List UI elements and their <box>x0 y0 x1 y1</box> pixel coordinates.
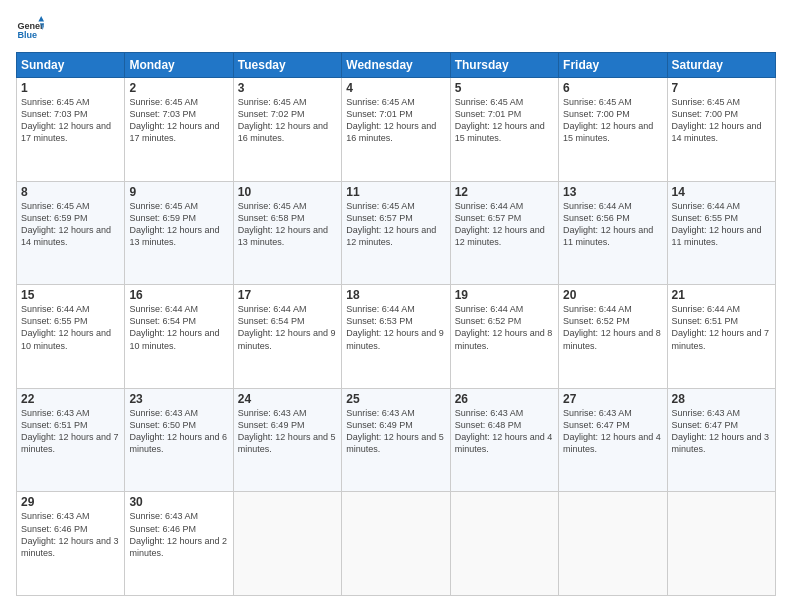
day-number: 27 <box>563 392 662 406</box>
day-info: Sunrise: 6:43 AM Sunset: 6:47 PM Dayligh… <box>563 407 662 456</box>
day-info: Sunrise: 6:45 AM Sunset: 7:01 PM Dayligh… <box>455 96 554 145</box>
day-header-saturday: Saturday <box>667 53 775 78</box>
day-number: 2 <box>129 81 228 95</box>
day-number: 7 <box>672 81 771 95</box>
day-cell-25: 25 Sunrise: 6:43 AM Sunset: 6:49 PM Dayl… <box>342 388 450 492</box>
sunrise-label: Sunrise: 6:44 AM <box>672 201 741 211</box>
sunrise-label: Sunrise: 6:45 AM <box>346 97 415 107</box>
daylight-label: Daylight: 12 hours and 11 minutes. <box>672 225 762 247</box>
week-row-5: 29 Sunrise: 6:43 AM Sunset: 6:46 PM Dayl… <box>17 492 776 596</box>
sunrise-label: Sunrise: 6:43 AM <box>563 408 632 418</box>
sunset-label: Sunset: 6:56 PM <box>563 213 630 223</box>
sunrise-label: Sunrise: 6:43 AM <box>129 408 198 418</box>
day-cell-28: 28 Sunrise: 6:43 AM Sunset: 6:47 PM Dayl… <box>667 388 775 492</box>
sunset-label: Sunset: 6:54 PM <box>129 316 196 326</box>
sunset-label: Sunset: 6:50 PM <box>129 420 196 430</box>
sunrise-label: Sunrise: 6:44 AM <box>129 304 198 314</box>
day-info: Sunrise: 6:44 AM Sunset: 6:51 PM Dayligh… <box>672 303 771 352</box>
day-info: Sunrise: 6:44 AM Sunset: 6:55 PM Dayligh… <box>21 303 120 352</box>
day-info: Sunrise: 6:44 AM Sunset: 6:52 PM Dayligh… <box>455 303 554 352</box>
day-header-sunday: Sunday <box>17 53 125 78</box>
daylight-label: Daylight: 12 hours and 11 minutes. <box>563 225 653 247</box>
day-header-friday: Friday <box>559 53 667 78</box>
day-cell-15: 15 Sunrise: 6:44 AM Sunset: 6:55 PM Dayl… <box>17 285 125 389</box>
day-number: 17 <box>238 288 337 302</box>
sunset-label: Sunset: 7:00 PM <box>563 109 630 119</box>
sunset-label: Sunset: 6:51 PM <box>672 316 739 326</box>
sunset-label: Sunset: 6:52 PM <box>563 316 630 326</box>
daylight-label: Daylight: 12 hours and 2 minutes. <box>129 536 227 558</box>
day-number: 4 <box>346 81 445 95</box>
day-cell-4: 4 Sunrise: 6:45 AM Sunset: 7:01 PM Dayli… <box>342 78 450 182</box>
sunrise-label: Sunrise: 6:45 AM <box>238 97 307 107</box>
sunrise-label: Sunrise: 6:45 AM <box>21 97 90 107</box>
sunrise-label: Sunrise: 6:44 AM <box>455 304 524 314</box>
daylight-label: Daylight: 12 hours and 3 minutes. <box>21 536 119 558</box>
svg-marker-2 <box>38 16 44 22</box>
day-info: Sunrise: 6:43 AM Sunset: 6:49 PM Dayligh… <box>346 407 445 456</box>
sunset-label: Sunset: 6:57 PM <box>455 213 522 223</box>
day-info: Sunrise: 6:43 AM Sunset: 6:49 PM Dayligh… <box>238 407 337 456</box>
day-number: 3 <box>238 81 337 95</box>
day-header-monday: Monday <box>125 53 233 78</box>
daylight-label: Daylight: 12 hours and 13 minutes. <box>129 225 219 247</box>
sunrise-label: Sunrise: 6:45 AM <box>129 97 198 107</box>
day-cell-8: 8 Sunrise: 6:45 AM Sunset: 6:59 PM Dayli… <box>17 181 125 285</box>
day-cell-17: 17 Sunrise: 6:44 AM Sunset: 6:54 PM Dayl… <box>233 285 341 389</box>
daylight-label: Daylight: 12 hours and 5 minutes. <box>346 432 444 454</box>
sunset-label: Sunset: 6:51 PM <box>21 420 88 430</box>
day-info: Sunrise: 6:44 AM Sunset: 6:55 PM Dayligh… <box>672 200 771 249</box>
day-info: Sunrise: 6:45 AM Sunset: 6:58 PM Dayligh… <box>238 200 337 249</box>
sunset-label: Sunset: 7:03 PM <box>21 109 88 119</box>
day-cell-30: 30 Sunrise: 6:43 AM Sunset: 6:46 PM Dayl… <box>125 492 233 596</box>
day-cell-21: 21 Sunrise: 6:44 AM Sunset: 6:51 PM Dayl… <box>667 285 775 389</box>
sunrise-label: Sunrise: 6:43 AM <box>129 511 198 521</box>
sunrise-label: Sunrise: 6:44 AM <box>672 304 741 314</box>
daylight-label: Daylight: 12 hours and 14 minutes. <box>21 225 111 247</box>
daylight-label: Daylight: 12 hours and 16 minutes. <box>346 121 436 143</box>
day-cell-26: 26 Sunrise: 6:43 AM Sunset: 6:48 PM Dayl… <box>450 388 558 492</box>
page: General Blue SundayMondayTuesdayWednesda… <box>0 0 792 612</box>
sunset-label: Sunset: 6:54 PM <box>238 316 305 326</box>
day-cell-16: 16 Sunrise: 6:44 AM Sunset: 6:54 PM Dayl… <box>125 285 233 389</box>
day-cell-1: 1 Sunrise: 6:45 AM Sunset: 7:03 PM Dayli… <box>17 78 125 182</box>
day-number: 13 <box>563 185 662 199</box>
day-cell-20: 20 Sunrise: 6:44 AM Sunset: 6:52 PM Dayl… <box>559 285 667 389</box>
day-cell-7: 7 Sunrise: 6:45 AM Sunset: 7:00 PM Dayli… <box>667 78 775 182</box>
day-info: Sunrise: 6:43 AM Sunset: 6:46 PM Dayligh… <box>129 510 228 559</box>
sunset-label: Sunset: 6:49 PM <box>238 420 305 430</box>
daylight-label: Daylight: 12 hours and 6 minutes. <box>129 432 227 454</box>
sunset-label: Sunset: 6:46 PM <box>21 524 88 534</box>
daylight-label: Daylight: 12 hours and 7 minutes. <box>21 432 119 454</box>
daylight-label: Daylight: 12 hours and 17 minutes. <box>21 121 111 143</box>
daylight-label: Daylight: 12 hours and 10 minutes. <box>129 328 219 350</box>
day-cell-9: 9 Sunrise: 6:45 AM Sunset: 6:59 PM Dayli… <box>125 181 233 285</box>
daylight-label: Daylight: 12 hours and 15 minutes. <box>455 121 545 143</box>
day-number: 24 <box>238 392 337 406</box>
daylight-label: Daylight: 12 hours and 4 minutes. <box>455 432 553 454</box>
week-row-2: 8 Sunrise: 6:45 AM Sunset: 6:59 PM Dayli… <box>17 181 776 285</box>
daylight-label: Daylight: 12 hours and 9 minutes. <box>238 328 336 350</box>
day-info: Sunrise: 6:43 AM Sunset: 6:50 PM Dayligh… <box>129 407 228 456</box>
day-info: Sunrise: 6:44 AM Sunset: 6:54 PM Dayligh… <box>129 303 228 352</box>
sunset-label: Sunset: 6:48 PM <box>455 420 522 430</box>
day-cell-23: 23 Sunrise: 6:43 AM Sunset: 6:50 PM Dayl… <box>125 388 233 492</box>
daylight-label: Daylight: 12 hours and 8 minutes. <box>563 328 661 350</box>
day-cell-14: 14 Sunrise: 6:44 AM Sunset: 6:55 PM Dayl… <box>667 181 775 285</box>
day-number: 23 <box>129 392 228 406</box>
daylight-label: Daylight: 12 hours and 14 minutes. <box>672 121 762 143</box>
sunset-label: Sunset: 7:01 PM <box>346 109 413 119</box>
day-number: 22 <box>21 392 120 406</box>
day-cell-3: 3 Sunrise: 6:45 AM Sunset: 7:02 PM Dayli… <box>233 78 341 182</box>
daylight-label: Daylight: 12 hours and 9 minutes. <box>346 328 444 350</box>
sunset-label: Sunset: 7:03 PM <box>129 109 196 119</box>
svg-text:Blue: Blue <box>17 30 37 40</box>
sunset-label: Sunset: 6:47 PM <box>672 420 739 430</box>
day-number: 29 <box>21 495 120 509</box>
day-number: 16 <box>129 288 228 302</box>
sunrise-label: Sunrise: 6:43 AM <box>21 511 90 521</box>
sunrise-label: Sunrise: 6:43 AM <box>346 408 415 418</box>
day-cell-13: 13 Sunrise: 6:44 AM Sunset: 6:56 PM Dayl… <box>559 181 667 285</box>
sunset-label: Sunset: 6:49 PM <box>346 420 413 430</box>
day-cell-11: 11 Sunrise: 6:45 AM Sunset: 6:57 PM Dayl… <box>342 181 450 285</box>
